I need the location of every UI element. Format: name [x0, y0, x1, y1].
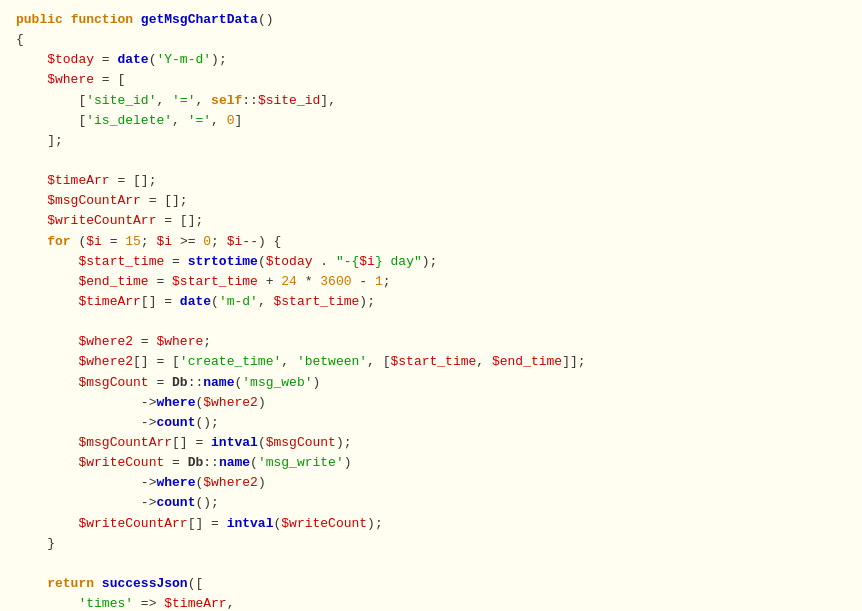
code-line-21: ->count();: [16, 413, 846, 433]
code-line-26: $writeCountArr[] = intval($writeCount);: [16, 514, 846, 534]
code-line-18: $where2[] = ['create_time', 'between', […: [16, 352, 846, 372]
code-line-1: public function getMsgChartData(): [16, 10, 846, 30]
code-line-28: [16, 554, 846, 574]
code-line-22: $msgCountArr[] = intval($msgCount);: [16, 433, 846, 453]
code-line-11: $writeCountArr = [];: [16, 211, 846, 231]
code-block: public function getMsgChartData() { $tod…: [16, 10, 846, 611]
code-line-7: ];: [16, 131, 846, 151]
code-line-13: $start_time = strtotime($today . "-{$i} …: [16, 252, 846, 272]
code-line-30: 'times' => $timeArr,: [16, 594, 846, 611]
code-line-6: ['is_delete', '=', 0]: [16, 111, 846, 131]
code-line-17: $where2 = $where;: [16, 332, 846, 352]
code-line-16: [16, 312, 846, 332]
code-line-23: $writeCount = Db::name('msg_write'): [16, 453, 846, 473]
code-line-10: $msgCountArr = [];: [16, 191, 846, 211]
code-line-27: }: [16, 534, 846, 554]
code-line-14: $end_time = $start_time + 24 * 3600 - 1;: [16, 272, 846, 292]
code-line-3: $today = date('Y-m-d');: [16, 50, 846, 70]
code-container: public function getMsgChartData() { $tod…: [0, 0, 862, 611]
code-line-15: $timeArr[] = date('m-d', $start_time);: [16, 292, 846, 312]
code-line-24: ->where($where2): [16, 473, 846, 493]
code-line-19: $msgCount = Db::name('msg_web'): [16, 373, 846, 393]
code-line-8: [16, 151, 846, 171]
code-line-5: ['site_id', '=', self::$site_id],: [16, 91, 846, 111]
code-line-4: $where = [: [16, 70, 846, 90]
code-line-9: $timeArr = [];: [16, 171, 846, 191]
code-line-20: ->where($where2): [16, 393, 846, 413]
code-line-12: for ($i = 15; $i >= 0; $i--) {: [16, 232, 846, 252]
code-line-25: ->count();: [16, 493, 846, 513]
code-line-29: return successJson([: [16, 574, 846, 594]
code-line-2: {: [16, 30, 846, 50]
